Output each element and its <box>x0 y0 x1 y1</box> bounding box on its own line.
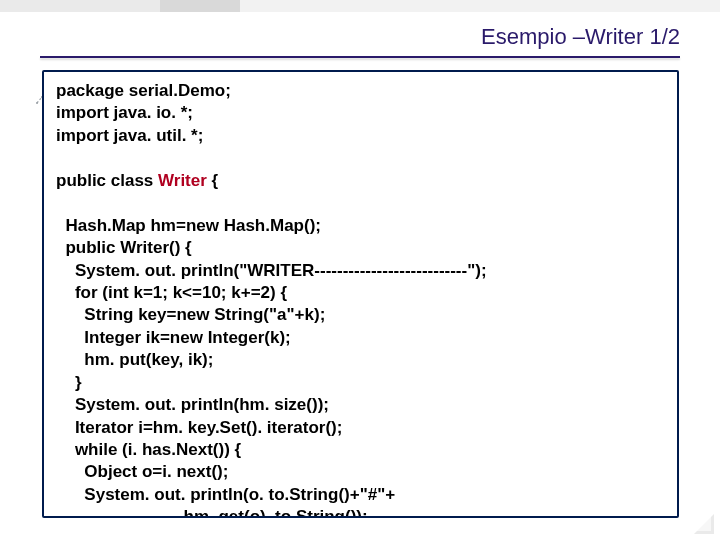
svg-point-0 <box>36 102 38 104</box>
code-line: } <box>56 373 82 392</box>
code-line: { <box>207 171 218 190</box>
accent-seg-2 <box>160 0 240 12</box>
code-line: while (i. has.Next()) { <box>56 440 241 459</box>
code-line: Integer ik=new Integer(k); <box>56 328 291 347</box>
code-line: for (int k=1; k<=10; k+=2) { <box>56 283 287 302</box>
code-line: System. out. println(o. to.String()+"#"+ <box>56 485 395 504</box>
page-curl-icon <box>692 512 714 534</box>
code-line: Iterator i=hm. key.Set(). iterator(); <box>56 418 342 437</box>
code-line: import java. io. *; <box>56 103 193 122</box>
accent-seg-3 <box>240 0 720 12</box>
code-line: hm. get(o). to.String()); <box>56 507 368 518</box>
code-line: String key=new String("a"+k); <box>56 305 325 324</box>
slide: Esempio –Writer 1/2 package serial.Demo;… <box>0 0 720 540</box>
code-line: public class <box>56 171 158 190</box>
code-line: System. out. println("WRITER------------… <box>56 261 487 280</box>
code-line: Hash.Map hm=new Hash.Map(); <box>56 216 321 235</box>
code-line: hm. put(key, ik); <box>56 350 213 369</box>
code-line: public Writer() { <box>56 238 192 257</box>
code-block: package serial.Demo; import java. io. *;… <box>56 80 667 518</box>
code-line: System. out. println(hm. size()); <box>56 395 329 414</box>
slide-title: Esempio –Writer 1/2 <box>0 12 720 56</box>
title-underline <box>40 56 680 58</box>
top-accent-bar <box>0 0 720 12</box>
code-line: Object o=i. next(); <box>56 462 228 481</box>
accent-seg-1 <box>0 0 160 12</box>
class-name: Writer <box>158 171 207 190</box>
code-line: import java. util. *; <box>56 126 203 145</box>
code-line: package serial.Demo; <box>56 81 231 100</box>
code-box: package serial.Demo; import java. io. *;… <box>42 70 679 518</box>
